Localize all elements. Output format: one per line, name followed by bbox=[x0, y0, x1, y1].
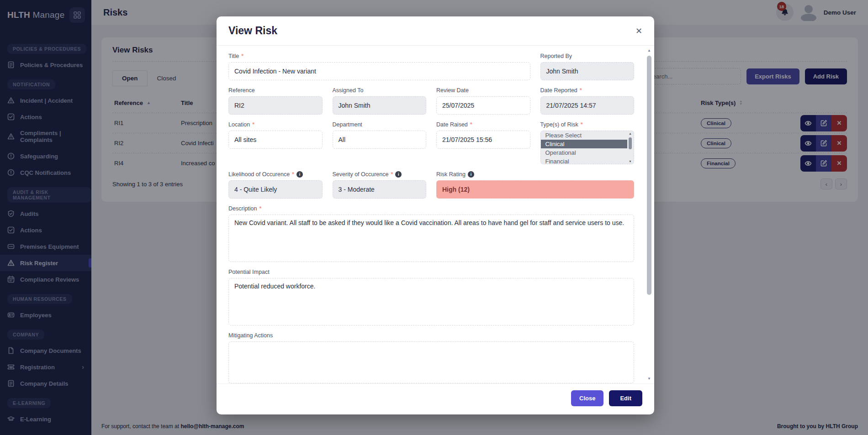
location-input[interactable]: All sites bbox=[228, 131, 323, 149]
field-review-date: Review Date 25/07/2025 bbox=[436, 87, 530, 115]
field-potential-impact: Potential Impact Potential reduced workf… bbox=[228, 269, 634, 325]
scroll-down-icon[interactable]: ▼ bbox=[628, 160, 633, 163]
potential-impact-textarea[interactable]: Potential reduced workforce. bbox=[228, 278, 634, 325]
required-asterisk: * bbox=[259, 205, 262, 212]
field-risk-rating: Risk Ratingi High (12) bbox=[436, 171, 634, 199]
title-input[interactable]: Covid Infection - New variant bbox=[228, 62, 530, 80]
required-asterisk: * bbox=[292, 171, 294, 178]
required-asterisk: * bbox=[470, 121, 472, 128]
field-mitigating-actions: Mitigating Actions bbox=[228, 332, 634, 383]
field-types-of-risk: Type(s) of Risk* Please Select Clinical … bbox=[540, 121, 635, 164]
required-asterisk: * bbox=[581, 121, 583, 128]
severity-input: 3 - Moderate bbox=[333, 180, 427, 199]
risk-rating-value: High (12) bbox=[436, 180, 634, 199]
option-clinical[interactable]: Clinical bbox=[541, 140, 628, 148]
date-raised-input[interactable]: 21/07/2025 15:56 bbox=[436, 131, 530, 149]
scroll-up-icon[interactable]: ▲ bbox=[628, 132, 633, 135]
field-title: Title* Covid Infection - New variant bbox=[228, 53, 530, 80]
field-date-reported: Date Reported* 21/07/2025 14:57 bbox=[540, 87, 635, 115]
required-asterisk: * bbox=[252, 121, 254, 128]
description-textarea[interactable]: New Covid variant. All staff to be asked… bbox=[228, 215, 634, 262]
scroll-up-icon[interactable]: ▲ bbox=[646, 48, 652, 52]
field-date-raised: Date Raised* 21/07/2025 15:56 bbox=[436, 121, 530, 164]
likelihood-input: 4 - Quite Likely bbox=[228, 180, 323, 199]
field-description: Description* New Covid variant. All staf… bbox=[228, 205, 634, 262]
mitigating-actions-textarea[interactable] bbox=[228, 341, 634, 383]
field-likelihood: Likelihood of Occurence*i 4 - Quite Like… bbox=[228, 171, 323, 199]
field-department: Department All bbox=[333, 121, 427, 164]
review-date-input[interactable]: 25/07/2025 bbox=[436, 96, 530, 115]
required-asterisk: * bbox=[580, 87, 582, 94]
field-reference: Reference RI2 bbox=[228, 87, 323, 115]
date-reported-input: 21/07/2025 14:57 bbox=[540, 96, 635, 115]
modal-body: Title* Covid Infection - New variant Rep… bbox=[217, 46, 654, 383]
required-asterisk: * bbox=[241, 53, 243, 59]
listbox-scrollbar[interactable]: ▲ ▼ bbox=[628, 132, 633, 163]
field-reported-by: Reported By John Smith bbox=[540, 53, 635, 80]
reference-input: RI2 bbox=[228, 96, 323, 115]
assigned-to-input: John Smith bbox=[333, 96, 427, 115]
option-financial[interactable]: Financial bbox=[541, 157, 628, 164]
info-icon[interactable]: i bbox=[296, 171, 303, 178]
reported-by-input: John Smith bbox=[540, 62, 635, 80]
close-button[interactable]: Close bbox=[571, 390, 603, 406]
option-please-select[interactable]: Please Select bbox=[541, 131, 628, 140]
scrollbar-thumb[interactable] bbox=[647, 56, 651, 295]
types-of-risk-select[interactable]: Please Select Clinical Operational Finan… bbox=[540, 131, 635, 164]
info-icon[interactable]: i bbox=[468, 171, 474, 178]
field-location: Location* All sites bbox=[228, 121, 323, 164]
scrollbar-thumb[interactable] bbox=[629, 137, 632, 149]
field-severity: Severity of Occurence*i 3 - Moderate bbox=[333, 171, 427, 199]
view-risk-modal: View Risk ✕ Title* Covid Infection - New… bbox=[217, 16, 654, 414]
modal-scrollbar[interactable]: ▲ ▼ bbox=[646, 48, 652, 381]
required-asterisk: * bbox=[391, 171, 393, 178]
info-icon[interactable]: i bbox=[395, 171, 402, 178]
app-viewport: HLTH Manage POLICIES & PROCEDURES Polici… bbox=[0, 0, 868, 435]
option-operational[interactable]: Operational bbox=[541, 148, 628, 157]
modal-title: View Risk bbox=[228, 25, 277, 37]
department-input[interactable]: All bbox=[333, 131, 427, 149]
scroll-down-icon[interactable]: ▼ bbox=[646, 377, 652, 381]
modal-close-button[interactable]: ✕ bbox=[635, 26, 642, 36]
edit-button[interactable]: Edit bbox=[609, 390, 642, 406]
field-assigned-to: Assigned To John Smith bbox=[333, 87, 427, 115]
